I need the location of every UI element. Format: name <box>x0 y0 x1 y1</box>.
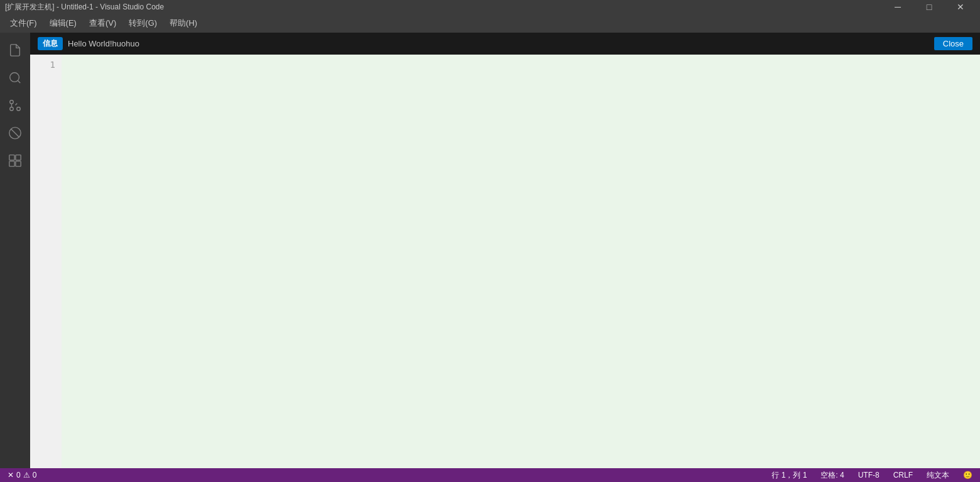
title-bar-left: [扩展开发主机] - Untitled-1 - Visual Studio Co… <box>5 2 164 13</box>
svg-point-3 <box>10 100 14 104</box>
maximize-button[interactable]: □ <box>915 0 944 14</box>
encoding-text: UTF-8 <box>858 471 880 479</box>
svg-rect-9 <box>9 161 14 166</box>
line-numbers: 1 <box>30 55 62 468</box>
notification-close-button[interactable]: Close <box>934 37 972 50</box>
title-bar-controls: ─ □ ✕ <box>883 0 975 14</box>
activity-files[interactable] <box>3 38 28 63</box>
svg-line-6 <box>11 129 19 137</box>
activity-extensions[interactable] <box>3 148 28 173</box>
svg-rect-7 <box>9 155 14 160</box>
status-position[interactable]: 行 1，列 1 <box>769 470 809 481</box>
minimize-button[interactable]: ─ <box>883 0 912 14</box>
status-encoding[interactable]: UTF-8 <box>856 471 882 479</box>
status-bar-left: ✕ 0 ⚠ 0 <box>5 471 39 479</box>
activity-bar <box>0 33 30 468</box>
spaces-text: 空格: 4 <box>821 470 844 481</box>
svg-point-2 <box>17 107 21 111</box>
error-count: 0 <box>16 471 21 479</box>
error-icon: ✕ <box>8 471 14 479</box>
close-button[interactable]: ✕ <box>946 0 975 14</box>
editor-area: 信息 Hello World!huohuo Close qd.h ✕ Untit… <box>30 33 980 468</box>
menu-edit[interactable]: 编辑(E) <box>45 15 82 31</box>
main-area: 信息 Hello World!huohuo Close qd.h ✕ Untit… <box>0 33 980 468</box>
smiley-icon: 🙂 <box>963 471 972 479</box>
status-smiley[interactable]: 🙂 <box>961 471 975 479</box>
menu-bar: 文件(F) 编辑(E) 查看(V) 转到(G) 帮助(H) <box>0 14 980 33</box>
status-language[interactable]: 纯文本 <box>924 470 952 481</box>
notification-message: Hello World!huohuo <box>68 39 929 48</box>
svg-line-1 <box>18 80 20 83</box>
menu-file[interactable]: 文件(F) <box>5 15 42 31</box>
activity-debug[interactable] <box>3 120 28 146</box>
code-editor[interactable] <box>62 55 980 468</box>
editor-content[interactable]: 1 <box>30 55 980 468</box>
activity-search[interactable] <box>3 65 28 90</box>
notification-badge: 信息 <box>38 37 63 50</box>
status-errors[interactable]: ✕ 0 ⚠ 0 <box>5 471 39 479</box>
menu-help[interactable]: 帮助(H) <box>164 15 202 31</box>
tab-bar: 信息 Hello World!huohuo Close qd.h ✕ Untit… <box>30 33 980 55</box>
warning-icon: ⚠ <box>23 471 30 479</box>
menu-goto[interactable]: 转到(G) <box>124 15 162 31</box>
menu-view[interactable]: 查看(V) <box>84 15 121 31</box>
title-bar: [扩展开发主机] - Untitled-1 - Visual Studio Co… <box>0 0 980 14</box>
notification-banner: 信息 Hello World!huohuo Close <box>30 33 980 55</box>
language-text: 纯文本 <box>927 470 949 481</box>
status-spaces[interactable]: 空格: 4 <box>818 470 846 481</box>
warning-count: 0 <box>33 471 37 479</box>
line-number-1: 1 <box>30 60 55 70</box>
line-ending-text: CRLF <box>893 471 913 479</box>
svg-point-0 <box>10 73 19 82</box>
status-bar-right: 行 1，列 1 空格: 4 UTF-8 CRLF 纯文本 🙂 <box>769 470 975 481</box>
svg-rect-10 <box>16 161 21 166</box>
status-line-ending[interactable]: CRLF <box>891 471 915 479</box>
activity-git[interactable] <box>3 93 28 118</box>
position-text: 行 1，列 1 <box>772 470 807 481</box>
svg-rect-8 <box>16 155 21 160</box>
svg-point-4 <box>10 107 14 111</box>
status-bar: ✕ 0 ⚠ 0 行 1，列 1 空格: 4 UTF-8 CRLF 纯文本 🙂 <box>0 468 980 482</box>
title-bar-title: [扩展开发主机] - Untitled-1 - Visual Studio Co… <box>5 2 164 13</box>
